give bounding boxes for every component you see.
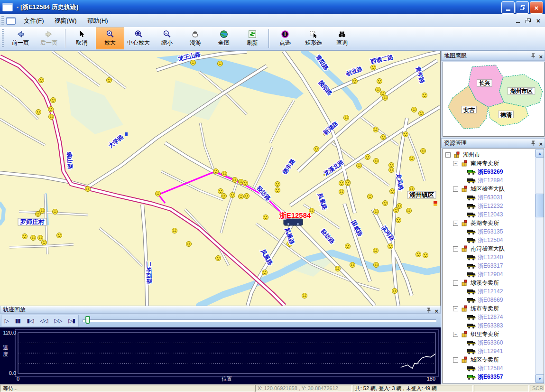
smiley-marker xyxy=(222,171,227,177)
mdi-close-button[interactable]: × xyxy=(536,17,540,25)
tree-expander[interactable]: − xyxy=(453,332,458,337)
tree-group-row[interactable]: −练市专卖所 xyxy=(443,304,536,313)
tree-vehicle-row[interactable]: 浙E12142 xyxy=(443,287,536,296)
close-icon[interactable]: × xyxy=(434,308,438,314)
tree-group-row[interactable]: −菱湖专卖所 xyxy=(443,219,536,227)
tree-vehicle-row[interactable]: 浙E12340 xyxy=(443,253,536,261)
tree-vehicle-row[interactable]: 浙E63383 xyxy=(443,321,536,330)
eagle-eye-map[interactable]: 长兴湖州市区安吉德清 xyxy=(443,62,545,137)
menu-item-1[interactable]: 视窗(W) xyxy=(49,15,82,27)
tree-vehicle-row[interactable]: 浙E12904 xyxy=(443,270,536,279)
app-icon xyxy=(2,3,13,11)
mdi-minimize-button[interactable] xyxy=(516,22,520,23)
scroll-thumb[interactable] xyxy=(536,194,544,217)
tree-group-row[interactable]: −南浔专卖所 xyxy=(443,159,536,168)
refresh-button[interactable]: 刷新 xyxy=(238,28,267,49)
smiley-marker xyxy=(314,147,319,152)
skip-start-button[interactable]: ▮◁ xyxy=(27,316,34,326)
tree-group-row[interactable]: −城区稽查大队 xyxy=(443,185,536,193)
truck-icon xyxy=(467,365,476,372)
svg-text:180: 180 xyxy=(427,376,435,382)
zoom-out-button[interactable]: 缩小 xyxy=(153,28,181,49)
tree-node-label: 浙E12584 xyxy=(478,364,503,373)
minimize-button[interactable] xyxy=(501,1,515,14)
tree-scrollbar[interactable]: ▲ ▼ xyxy=(535,149,544,383)
pin-icon[interactable] xyxy=(531,53,536,60)
cancel-button[interactable]: 取消 xyxy=(67,28,96,49)
tree-vehicle-row[interactable]: 浙E08669 xyxy=(443,296,536,304)
tree-vehicle-row[interactable]: 浙E09387 xyxy=(443,381,536,383)
tree-vehicle-row[interactable]: 浙E63031 xyxy=(443,193,536,202)
pause-button[interactable]: ▮▮ xyxy=(15,316,20,326)
map-area: 龙王山路青阳路陵阳路西塘二路创业路青年路新湖路大学路蜿山路德丰路龙溪北路龙凤路轻… xyxy=(0,51,441,306)
tree-vehicle-row[interactable]: 浙E12584 xyxy=(443,364,536,373)
tree-expander[interactable]: − xyxy=(445,152,451,158)
tree-group-row[interactable]: −南浔稽查大队 xyxy=(443,244,536,253)
tree-expander[interactable]: − xyxy=(453,187,458,192)
map-canvas[interactable]: 龙王山路青阳路陵阳路西塘二路创业路青年路新湖路大学路蜿山路德丰路龙溪北路龙凤路轻… xyxy=(0,51,440,306)
smiley-marker xyxy=(335,266,341,271)
menu-item-2[interactable]: 帮助(H) xyxy=(82,15,113,27)
play-button[interactable]: ▷ xyxy=(5,316,9,326)
prev-page-button[interactable]: 前一页 xyxy=(6,28,35,49)
zoom-in-button[interactable]: 放大 xyxy=(96,28,124,49)
tree-vehicle-row[interactable]: 浙E63317 xyxy=(443,261,536,270)
playback-slider-thumb[interactable] xyxy=(85,316,90,324)
zoom-center-button[interactable]: 中心放大 xyxy=(124,28,153,49)
playback-title: 轨迹回放 xyxy=(3,306,26,314)
poi-blue-marker xyxy=(125,132,128,136)
smiley-marker xyxy=(218,61,223,66)
smiley-marker xyxy=(409,156,415,161)
tree-vehicle-row[interactable]: 浙E63357 xyxy=(443,373,536,381)
pan-button[interactable]: 漫游 xyxy=(181,28,210,49)
smiley-marker xyxy=(357,163,362,168)
query-button[interactable]: 查询 xyxy=(328,28,356,49)
close-icon[interactable]: × xyxy=(539,141,543,147)
smiley-marker xyxy=(156,191,161,196)
tree-vehicle-row[interactable]: 浙E12232 xyxy=(443,202,536,210)
tree-expander[interactable]: − xyxy=(453,357,458,363)
point-select-button[interactable]: i点选 xyxy=(271,28,299,49)
smiley-marker xyxy=(389,168,394,173)
menu-item-0[interactable]: 文件(F) xyxy=(18,15,49,27)
tree-node-label: 城区稽查大队 xyxy=(471,185,505,193)
tree-node-label: 浙E12043 xyxy=(478,211,503,219)
smiley-marker xyxy=(339,181,344,186)
tree-expander[interactable]: − xyxy=(453,246,458,252)
tree-vehicle-row[interactable]: 浙E12504 xyxy=(443,236,536,244)
full-extent-button[interactable]: 全图 xyxy=(210,28,238,49)
smiley-marker xyxy=(365,155,370,160)
tree-group-row[interactable]: −湖州市 xyxy=(443,150,536,159)
tree-vehicle-row[interactable]: 浙E12043 xyxy=(443,210,536,219)
smiley-marker xyxy=(31,235,36,241)
pin-icon[interactable] xyxy=(531,140,536,148)
mdi-restore-button[interactable] xyxy=(526,19,531,23)
tree-expander[interactable]: − xyxy=(453,280,458,286)
fast-forward-button[interactable]: ▷▷ xyxy=(54,316,62,326)
truck-icon xyxy=(467,314,476,320)
tree-vehicle-row[interactable]: 浙E12894 xyxy=(443,176,536,185)
tree-expander[interactable]: − xyxy=(453,306,458,311)
tree-vehicle-row[interactable]: 浙E63269 xyxy=(443,168,536,176)
rect-select-button[interactable]: 矩形选 xyxy=(299,28,328,49)
rewind-button[interactable]: ◁◁ xyxy=(40,316,47,326)
close-button[interactable]: × xyxy=(530,1,543,14)
tree-vehicle-row[interactable]: 浙E63135 xyxy=(443,227,536,236)
restore-button[interactable] xyxy=(516,1,529,14)
tree-expander[interactable]: − xyxy=(453,221,458,226)
scroll-up-icon[interactable]: ▲ xyxy=(536,149,544,158)
playback-slider-track[interactable] xyxy=(83,319,436,322)
close-icon[interactable]: × xyxy=(539,54,543,60)
tree-group-row[interactable]: −城区专卖所 xyxy=(443,355,536,364)
tree-vehicle-row[interactable]: 浙E63360 xyxy=(443,338,536,347)
tree-expander[interactable]: − xyxy=(453,161,458,166)
scroll-down-icon[interactable]: ▼ xyxy=(536,374,544,383)
zoom-center-icon xyxy=(134,30,143,38)
tree-group-row[interactable]: −织里专卖所 xyxy=(443,330,536,338)
skip-end-button[interactable]: ▷▮ xyxy=(68,316,75,326)
svg-text:罗师庄村: 罗师庄村 xyxy=(20,218,45,225)
tree-vehicle-row[interactable]: 浙E12874 xyxy=(443,313,536,321)
tree-group-row[interactable]: −埭溪专卖所 xyxy=(443,279,536,287)
smiley-marker xyxy=(49,114,54,120)
tree-vehicle-row[interactable]: 浙E12941 xyxy=(443,347,536,355)
